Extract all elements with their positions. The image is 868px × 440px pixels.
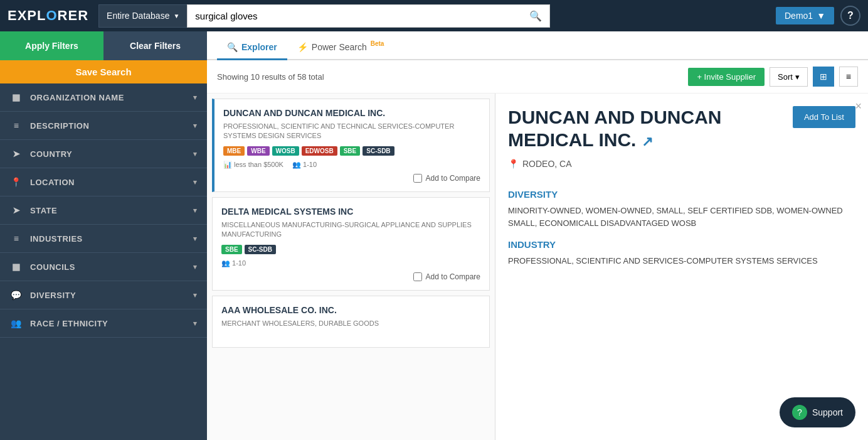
grid-view-button[interactable]: ⊞ <box>813 67 834 87</box>
chevron-down-icon-3: ▾ <box>193 150 198 158</box>
db-select-label: Entire Database <box>107 11 169 21</box>
chevron-down-icon-5: ▾ <box>193 207 198 215</box>
badge-sbe: SBE <box>340 146 361 156</box>
results-list: DUNCAN AND DUNCAN MEDICAL INC. PROFESSIO… <box>207 94 495 440</box>
badge-mbe: MBE <box>223 146 245 156</box>
search-input[interactable] <box>188 6 522 26</box>
tab-power-search-label: Power Search <box>312 42 367 52</box>
list-icon: ≡ <box>846 72 851 82</box>
card-badges-2: SBE SC-SDB <box>221 245 480 254</box>
badge-wbe: WBE <box>247 146 269 156</box>
clear-filters-button[interactable]: Clear Filters <box>103 31 207 60</box>
add-compare-1: Add to Compare <box>413 174 480 183</box>
badge-edwosb: EDWOSB <box>302 146 337 156</box>
logo-o: O <box>46 8 57 23</box>
org-name-label: ORGANIZATION NAME <box>30 93 193 102</box>
sidebar-item-description[interactable]: ≡ DESCRIPTION ▾ <box>0 112 207 140</box>
card-badges-1: MBE WBE WOSB EDWOSB SBE SC-SDB <box>223 146 480 156</box>
database-select[interactable]: Entire Database ▼ <box>98 4 187 28</box>
sidebar: Apply Filters Clear Filters Save Search … <box>0 31 207 440</box>
tab-explorer-label: Explorer <box>241 42 277 52</box>
badge-sbe-2: SBE <box>221 245 242 254</box>
detail-panel: × Add To List DUNCAN AND DUNCAN MEDICAL … <box>495 94 868 440</box>
beta-label: Beta <box>371 40 384 47</box>
diversity-text: MINORITY-OWNED, WOMEN-OWNED, SMALL, SELF… <box>508 205 855 229</box>
sidebar-item-councils[interactable]: ▦ COUNCILS ▾ <box>0 253 207 281</box>
chevron-down-icon-7: ▾ <box>193 263 198 271</box>
list-view-button[interactable]: ≡ <box>839 67 858 87</box>
sidebar-item-industries[interactable]: ≡ INDUSTRIES ▾ <box>0 225 207 253</box>
tab-explorer[interactable]: 🔍 Explorer <box>217 36 287 60</box>
search-button[interactable]: 🔍 <box>522 5 549 27</box>
main-layout: Apply Filters Clear Filters Save Search … <box>0 31 868 440</box>
results-count: Showing 10 results of 58 total <box>217 72 324 82</box>
user-menu-button[interactable]: Demo1 ▼ <box>776 7 834 24</box>
country-icon: ➤ <box>10 149 23 159</box>
apply-filters-label: Apply Filters <box>25 41 78 51</box>
filter-buttons: Apply Filters Clear Filters <box>0 31 207 60</box>
result-card-2[interactable]: DELTA MEDICAL SYSTEMS INC MISCELLANEOUS … <box>212 197 490 291</box>
location-label: LOCATION <box>30 178 193 187</box>
compare-checkbox-1[interactable] <box>413 174 422 183</box>
tabs-bar: 🔍 Explorer ⚡ Power Search Beta <box>207 31 868 60</box>
user-arrow-icon: ▼ <box>817 11 825 21</box>
card-desc-3: MERCHANT WHOLESALERS, DURABLE GOODS <box>221 319 480 328</box>
sidebar-item-state[interactable]: ➤ STATE ▾ <box>0 196 207 225</box>
sidebar-item-diversity[interactable]: 💬 DIVERSITY ▾ <box>0 281 207 309</box>
grid-icon: ⊞ <box>820 72 827 82</box>
chevron-down-icon-2: ▾ <box>193 122 198 130</box>
badge-sc-sdb-2: SC-SDB <box>245 245 276 254</box>
external-link-icon[interactable]: ↗ <box>642 134 653 149</box>
state-icon: ➤ <box>10 205 23 215</box>
card-desc-1: PROFESSIONAL, SCIENTIFIC AND TECHNICAL S… <box>223 122 480 141</box>
add-compare-2: Add to Compare <box>413 272 480 281</box>
card-footer-2: Add to Compare <box>221 272 480 281</box>
sidebar-item-org-name[interactable]: ▦ ORGANIZATION NAME ▾ <box>0 83 207 112</box>
sort-button[interactable]: Sort ▾ <box>770 67 808 87</box>
results-actions: + Invite Supplier Sort ▾ ⊞ ≡ <box>688 67 858 87</box>
diversity-section-title: DIVERSITY <box>508 189 855 200</box>
add-to-list-button[interactable]: Add To List <box>793 106 855 128</box>
help-button[interactable]: ? <box>840 6 860 26</box>
sidebar-item-country[interactable]: ➤ COUNTRY ▾ <box>0 140 207 168</box>
sort-arrow-icon: ▾ <box>795 72 800 82</box>
sidebar-item-location[interactable]: 📍 LOCATION ▾ <box>0 168 207 196</box>
clear-filters-label: Clear Filters <box>130 41 181 51</box>
chevron-down-icon: ▾ <box>193 94 198 102</box>
app-logo: EXPLORER <box>8 8 88 24</box>
apply-filters-button[interactable]: Apply Filters <box>0 31 103 60</box>
compare-checkbox-2[interactable] <box>413 272 422 281</box>
search-input-wrap: 🔍 <box>187 4 550 28</box>
compare-label-1: Add to Compare <box>426 174 480 183</box>
sidebar-item-race-ethnicity[interactable]: 👥 RACE / ETHNICITY ▾ <box>0 309 207 338</box>
industry-section-title: INDUSTRY <box>508 239 855 250</box>
card-desc-2: MISCELLANEOUS MANUFACTURING-SURGICAL APP… <box>221 220 480 240</box>
chevron-down-icon-9: ▾ <box>193 319 198 328</box>
close-icon: × <box>855 100 862 112</box>
tab-power-search[interactable]: ⚡ Power Search Beta <box>287 36 394 60</box>
search-tab-icon: 🔍 <box>227 42 238 52</box>
support-label: Support <box>812 407 843 417</box>
detail-close-button[interactable]: × <box>855 100 862 113</box>
employees-icon: 👥 1-10 <box>292 161 317 169</box>
description-label: DESCRIPTION <box>30 121 193 131</box>
card-title-2: DELTA MEDICAL SYSTEMS INC <box>221 207 480 217</box>
result-card-3[interactable]: AAA WHOLESALE CO. INC. MERCHANT WHOLESAL… <box>212 296 490 348</box>
location-icon: 📍 <box>10 177 23 187</box>
sort-label: Sort <box>778 72 793 82</box>
split-panel: DUNCAN AND DUNCAN MEDICAL INC. PROFESSIO… <box>207 94 868 440</box>
diversity-label: DIVERSITY <box>30 291 193 300</box>
badge-sc-sdb: SC-SDB <box>363 146 394 156</box>
invite-supplier-button[interactable]: + Invite Supplier <box>688 68 765 86</box>
db-select-arrow: ▼ <box>173 13 179 19</box>
nav-right: Demo1 ▼ ? <box>776 6 860 26</box>
save-search-button[interactable]: Save Search <box>0 60 207 83</box>
race-ethnicity-label: RACE / ETHNICITY <box>30 319 193 328</box>
country-label: COUNTRY <box>30 149 193 159</box>
save-search-label: Save Search <box>75 67 131 77</box>
search-container: Entire Database ▼ 🔍 <box>98 4 550 28</box>
support-button[interactable]: ? Support <box>780 397 855 427</box>
card-meta-2: 👥 1-10 <box>221 259 480 267</box>
state-label: STATE <box>30 206 193 215</box>
result-card-1[interactable]: DUNCAN AND DUNCAN MEDICAL INC. PROFESSIO… <box>212 99 490 192</box>
